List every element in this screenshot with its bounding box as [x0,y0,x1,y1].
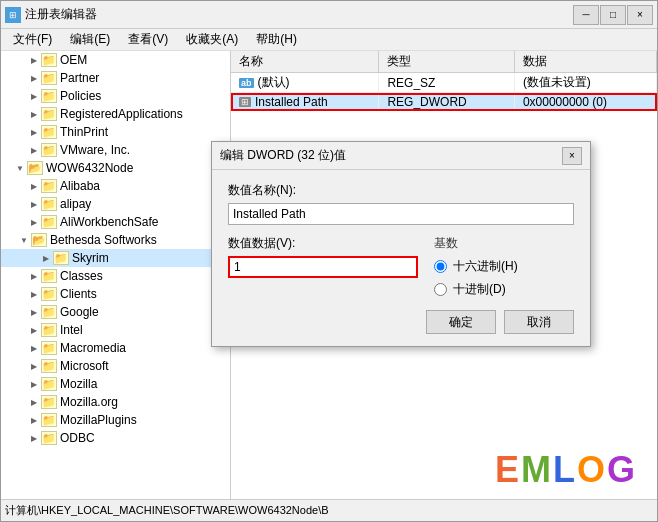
row-type-cell: REG_DWORD [379,93,514,111]
tree-arrow: ▶ [27,377,41,391]
registry-row-default[interactable]: ab (默认) REG_SZ (数值未设置) [231,73,657,93]
menu-favorites[interactable]: 收藏夹(A) [178,30,246,49]
tree-item-google[interactable]: ▶ 📁 Google [1,303,230,321]
value-icon: ⊞ Installed Path [239,95,328,109]
tree-label: Classes [60,269,103,283]
tree-label: ODBC [60,431,95,445]
dialog-name-input[interactable] [228,203,574,225]
row-name: (默认) [258,74,290,91]
window-title: 注册表编辑器 [25,6,573,23]
status-text: 计算机\HKEY_LOCAL_MACHINE\SOFTWARE\WOW6432N… [5,503,329,518]
main-window: ⊞ 注册表编辑器 ─ □ × 文件(F) 编辑(E) 查看(V) 收藏夹(A) … [0,0,658,522]
tree-arrow: ▶ [27,143,41,157]
dialog-input-row: 数值数据(V): 基数 十六进制(H) 十进制(D) [228,235,574,298]
tree-item-aliworkbench[interactable]: ▶ 📁 AliWorkbenchSafe [1,213,230,231]
tree-item-thinprint[interactable]: ▶ 📁 ThinPrint [1,123,230,141]
dword-icon: ⊞ [239,97,251,107]
menu-bar: 文件(F) 编辑(E) 查看(V) 收藏夹(A) 帮助(H) [1,29,657,51]
tree-item-alipay[interactable]: ▶ 📁 alipay [1,195,230,213]
tree-item-vmware[interactable]: ▶ 📁 VMware, Inc. [1,141,230,159]
dialog-value-input[interactable] [228,256,418,278]
folder-icon: 📁 [41,125,57,139]
tree-label: WOW6432Node [46,161,133,175]
radio-hex[interactable]: 十六进制(H) [434,258,574,275]
tree-item-bethesda[interactable]: ▼ 📂 Bethesda Softworks [1,231,230,249]
status-bar: 计算机\HKEY_LOCAL_MACHINE\SOFTWARE\WOW6432N… [1,499,657,521]
folder-icon: 📁 [41,143,57,157]
registry-table: 名称 类型 数据 ab (默认) REG_SZ [231,51,657,111]
tree-arrow: ▶ [27,323,41,337]
folder-icon: 📁 [41,395,57,409]
tree-item-mozillaplugins[interactable]: ▶ 📁 MozillaPlugins [1,411,230,429]
tree-label: Partner [60,71,99,85]
tree-item-skyrim[interactable]: ▶ 📁 Skyrim [1,249,230,267]
tree-label: Google [60,305,99,319]
registry-tree[interactable]: ▶ 📁 OEM ▶ 📁 Partner ▶ 📁 Policies ▶ [1,51,231,499]
radio-dec[interactable]: 十进制(D) [434,281,574,298]
folder-icon: 📁 [41,323,57,337]
tree-item-oem[interactable]: ▶ 📁 OEM [1,51,230,69]
dialog-value-section: 数值数据(V): [228,235,418,278]
tree-item-wow6432node[interactable]: ▼ 📂 WOW6432Node [1,159,230,177]
folder-icon: 📁 [41,413,57,427]
menu-help[interactable]: 帮助(H) [248,30,305,49]
maximize-button[interactable]: □ [600,5,626,25]
tree-arrow: ▶ [27,197,41,211]
tree-item-alibaba[interactable]: ▶ 📁 Alibaba [1,177,230,195]
tree-arrow: ▶ [27,125,41,139]
tree-item-macromedia[interactable]: ▶ 📁 Macromedia [1,339,230,357]
row-name-cell: ⊞ Installed Path [231,93,379,111]
dialog-cancel-button[interactable]: 取消 [504,310,574,334]
col-header-data: 数据 [514,51,656,73]
folder-icon: 📁 [41,269,57,283]
tree-item-registeredapps[interactable]: ▶ 📁 RegisteredApplications [1,105,230,123]
tree-arrow: ▶ [39,251,53,265]
folder-icon: 📁 [41,287,57,301]
menu-file[interactable]: 文件(F) [5,30,60,49]
tree-item-classes[interactable]: ▶ 📁 Classes [1,267,230,285]
tree-label: Policies [60,89,101,103]
dialog-close-button[interactable]: × [562,147,582,165]
registry-row-installed-path[interactable]: ⊞ Installed Path REG_DWORD 0x00000000 (0… [231,93,657,111]
tree-label: Skyrim [72,251,109,265]
radio-dec-label: 十进制(D) [453,281,506,298]
tree-label: AliWorkbenchSafe [60,215,159,229]
tree-item-intel[interactable]: ▶ 📁 Intel [1,321,230,339]
dialog-ok-button[interactable]: 确定 [426,310,496,334]
tree-arrow: ▶ [27,413,41,427]
radio-dec-input[interactable] [434,283,447,296]
tree-arrow: ▶ [27,107,41,121]
folder-icon: 📂 [31,233,47,247]
title-bar: ⊞ 注册表编辑器 ─ □ × [1,1,657,29]
tree-item-odbc[interactable]: ▶ 📁 ODBC [1,429,230,447]
tree-label: Intel [60,323,83,337]
tree-expand-arrow: ▼ [13,161,27,175]
radio-hex-input[interactable] [434,260,447,273]
dialog-base-label: 基数 [434,235,574,252]
tree-arrow: ▶ [27,215,41,229]
menu-view[interactable]: 查看(V) [120,30,176,49]
tree-label: RegisteredApplications [60,107,183,121]
folder-icon: 📁 [41,53,57,67]
folder-icon: 📁 [41,197,57,211]
menu-edit[interactable]: 编辑(E) [62,30,118,49]
row-name: Installed Path [255,95,328,109]
folder-icon: 📁 [41,179,57,193]
tree-item-microsoft[interactable]: ▶ 📁 Microsoft [1,357,230,375]
dialog-buttons: 确定 取消 [228,310,574,334]
minimize-button[interactable]: ─ [573,5,599,25]
tree-item-clients[interactable]: ▶ 📁 Clients [1,285,230,303]
tree-label: MozillaPlugins [60,413,137,427]
tree-item-partner[interactable]: ▶ 📁 Partner [1,69,230,87]
tree-label: Microsoft [60,359,109,373]
tree-arrow: ▶ [27,287,41,301]
close-button[interactable]: × [627,5,653,25]
tree-arrow: ▶ [27,179,41,193]
dialog-value-label: 数值数据(V): [228,235,418,252]
row-name-cell: ab (默认) [231,73,379,93]
tree-item-mozilla[interactable]: ▶ 📁 Mozilla [1,375,230,393]
tree-item-policies[interactable]: ▶ 📁 Policies [1,87,230,105]
tree-arrow: ▶ [27,305,41,319]
tree-item-mozillaorg[interactable]: ▶ 📁 Mozilla.org [1,393,230,411]
tree-arrow: ▶ [27,89,41,103]
